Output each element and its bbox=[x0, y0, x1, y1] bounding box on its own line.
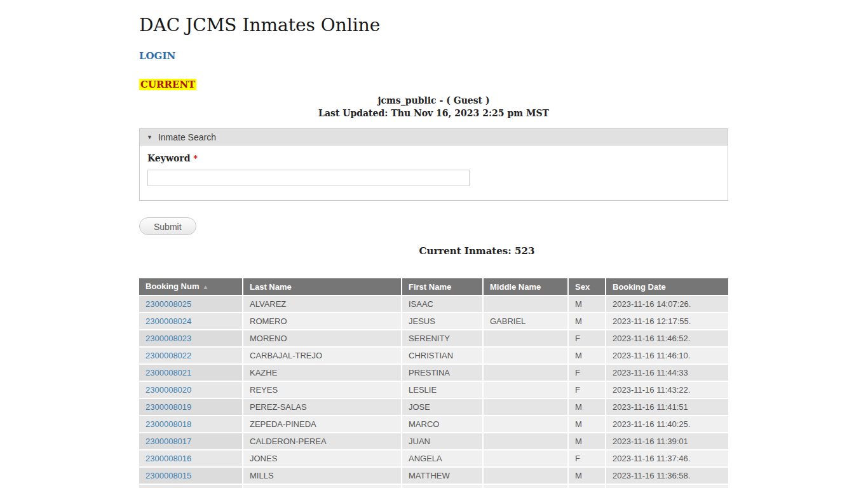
booking-num-link[interactable]: 2300008025 bbox=[146, 299, 191, 309]
booking-num-link[interactable]: 2300008019 bbox=[146, 402, 191, 412]
middle-name-cell bbox=[484, 468, 569, 485]
last-name-cell: MILLS bbox=[243, 468, 402, 485]
current-tab-link[interactable]: CURRENT bbox=[139, 79, 196, 90]
middle-name-cell bbox=[484, 399, 569, 416]
sort-ascending-icon: ▲ bbox=[203, 283, 209, 290]
table-row: 2300008025 ALVAREZ ISAAC M 2023-11-16 14… bbox=[139, 296, 728, 313]
required-asterisk: * bbox=[193, 154, 198, 163]
keyword-label: Keyword * bbox=[147, 153, 198, 163]
last-name-cell: PEREZ-SALAS bbox=[243, 399, 402, 416]
first-name-cell: PRESTINA bbox=[402, 365, 484, 382]
inmate-search-fieldset: ▼ Inmate Search Keyword * bbox=[139, 128, 728, 201]
middle-name-cell bbox=[484, 330, 569, 348]
booking-date-cell: 2023-11-16 11:37:46. bbox=[606, 451, 728, 468]
column-header-sex[interactable]: Sex bbox=[569, 278, 606, 296]
last-name-cell: KAZHE bbox=[243, 365, 402, 382]
column-header-first-name[interactable]: First Name bbox=[402, 278, 484, 296]
table-row: 2300008022 CARBAJAL-TREJO CHRISTIAN M 20… bbox=[139, 348, 728, 365]
table-row: 2300008020 REYES LESLIE F 2023-11-16 11:… bbox=[139, 382, 728, 399]
middle-name-cell bbox=[484, 296, 569, 313]
page-title: DAC JCMS Inmates Online bbox=[139, 16, 815, 35]
table-row: 2300008015 MILLS MATTHEW M 2023-11-16 11… bbox=[139, 468, 728, 485]
sex-cell: M bbox=[569, 485, 606, 488]
last-name-cell: REYES bbox=[243, 382, 402, 399]
column-header-middle-name[interactable]: Middle Name bbox=[484, 278, 569, 296]
booking-num-link[interactable]: 2300008024 bbox=[146, 316, 191, 326]
booking-num-link[interactable]: 2300008022 bbox=[146, 351, 191, 360]
first-name-cell: ANGELA bbox=[402, 451, 484, 468]
sex-cell: F bbox=[569, 451, 606, 468]
sex-cell: F bbox=[569, 365, 606, 382]
booking-date-cell: 2023-11-16 14:07:26. bbox=[606, 296, 728, 313]
middle-name-cell bbox=[484, 416, 569, 433]
middle-name-cell bbox=[484, 451, 569, 468]
user-status: jcms_public - ( Guest ) bbox=[139, 94, 728, 107]
booking-num-link[interactable]: 2300008016 bbox=[146, 454, 191, 463]
middle-name-cell bbox=[484, 433, 569, 451]
sex-cell: M bbox=[569, 399, 606, 416]
booking-num-link[interactable]: 2300008020 bbox=[146, 385, 191, 395]
last-name-cell: ROMERO bbox=[243, 313, 402, 330]
booking-num-link[interactable]: 2300008015 bbox=[146, 471, 191, 480]
booking-date-cell: 2023-11-16 11:46:10. bbox=[606, 348, 728, 365]
booking-date-cell: 2023-11-16 11:46:52. bbox=[606, 330, 728, 348]
current-inmates-count: Current Inmates: 523 bbox=[139, 245, 815, 257]
booking-num-link[interactable]: 2300008021 bbox=[146, 368, 191, 377]
first-name-cell: ERIK bbox=[402, 485, 484, 488]
first-name-cell: JUAN bbox=[402, 433, 484, 451]
sex-cell: M bbox=[569, 348, 606, 365]
inmate-search-legend: Inmate Search bbox=[158, 132, 216, 142]
last-name-cell: MORENO bbox=[243, 330, 402, 348]
column-header-last-name[interactable]: Last Name bbox=[243, 278, 402, 296]
login-link[interactable]: LOGIN bbox=[139, 50, 175, 62]
table-row: 2300008014 VALENZUELA-RAMOS ERIK A M 202… bbox=[139, 485, 728, 488]
booking-date-cell: 2023-11-16 12:17:55. bbox=[606, 313, 728, 330]
sex-cell: M bbox=[569, 296, 606, 313]
middle-name-cell: GABRIEL bbox=[484, 313, 569, 330]
column-header-booking-date[interactable]: Booking Date bbox=[606, 278, 728, 296]
column-header-booking-num[interactable]: Booking Num▲ bbox=[139, 278, 243, 296]
status-block: jcms_public - ( Guest ) Last Updated: Th… bbox=[139, 94, 728, 119]
sex-cell: F bbox=[569, 330, 606, 348]
last-name-cell: JONES bbox=[243, 451, 402, 468]
page-container: DAC JCMS Inmates Online LOGIN CURRENT jc… bbox=[0, 0, 815, 488]
table-row: 2300008016 JONES ANGELA F 2023-11-16 11:… bbox=[139, 451, 728, 468]
booking-date-cell: 2023-11-16 08:27:18. bbox=[606, 485, 728, 488]
first-name-cell: SERENITY bbox=[402, 330, 484, 348]
table-row: 2300008017 CALDERON-PEREA JUAN M 2023-11… bbox=[139, 433, 728, 451]
table-row: 2300008018 ZEPEDA-PINEDA MARCO M 2023-11… bbox=[139, 416, 728, 433]
sex-cell: M bbox=[569, 468, 606, 485]
middle-name-cell bbox=[484, 365, 569, 382]
booking-date-cell: 2023-11-16 11:43:22. bbox=[606, 382, 728, 399]
last-name-cell: CARBAJAL-TREJO bbox=[243, 348, 402, 365]
last-name-cell: CALDERON-PEREA bbox=[243, 433, 402, 451]
table-row: 2300008023 MORENO SERENITY F 2023-11-16 … bbox=[139, 330, 728, 348]
first-name-cell: CHRISTIAN bbox=[402, 348, 484, 365]
first-name-cell: LESLIE bbox=[402, 382, 484, 399]
inmate-search-collapse-toggle[interactable]: ▼ Inmate Search bbox=[140, 129, 728, 146]
table-row: 2300008021 KAZHE PRESTINA F 2023-11-16 1… bbox=[139, 365, 728, 382]
booking-num-link[interactable]: 2300008018 bbox=[146, 419, 191, 429]
submit-button[interactable]: Submit bbox=[139, 217, 196, 235]
last-name-cell: VALENZUELA-RAMOS bbox=[243, 485, 402, 488]
table-row: 2300008019 PEREZ-SALAS JOSE M 2023-11-16… bbox=[139, 399, 728, 416]
booking-date-cell: 2023-11-16 11:39:01 bbox=[606, 433, 728, 451]
inmate-search-body: Keyword * bbox=[140, 146, 728, 200]
middle-name-cell bbox=[484, 348, 569, 365]
booking-date-cell: 2023-11-16 11:41:51 bbox=[606, 399, 728, 416]
collapse-arrow-icon: ▼ bbox=[147, 134, 153, 140]
sex-cell: M bbox=[569, 433, 606, 451]
first-name-cell: JESUS bbox=[402, 313, 484, 330]
booking-num-link[interactable]: 2300008023 bbox=[146, 334, 191, 343]
booking-date-cell: 2023-11-16 11:36:58. bbox=[606, 468, 728, 485]
booking-date-cell: 2023-11-16 11:40:25. bbox=[606, 416, 728, 433]
first-name-cell: ISAAC bbox=[402, 296, 484, 313]
keyword-input[interactable] bbox=[147, 170, 470, 186]
booking-num-link[interactable]: 2300008017 bbox=[146, 437, 191, 446]
inmates-table: Booking Num▲ Last Name First Name Middle… bbox=[139, 278, 728, 488]
middle-name-cell bbox=[484, 382, 569, 399]
sex-cell: M bbox=[569, 313, 606, 330]
table-header-row: Booking Num▲ Last Name First Name Middle… bbox=[139, 278, 728, 296]
last-name-cell: ALVAREZ bbox=[243, 296, 402, 313]
last-updated: Last Updated: Thu Nov 16, 2023 2:25 pm M… bbox=[139, 107, 728, 119]
